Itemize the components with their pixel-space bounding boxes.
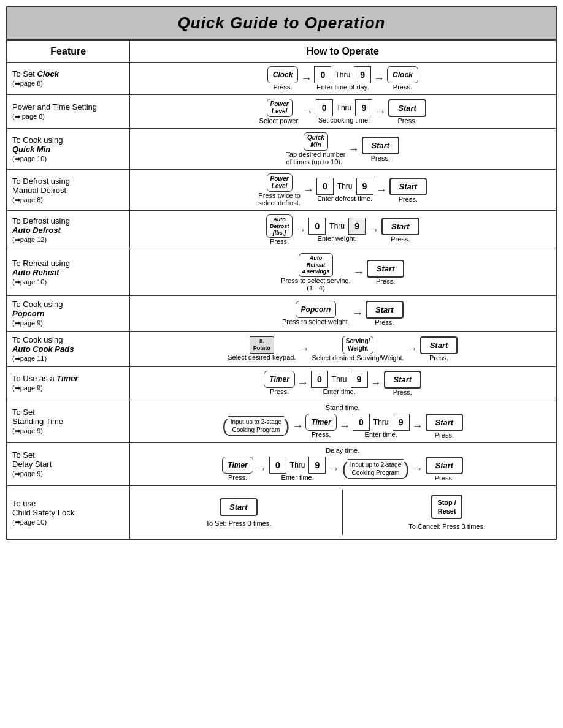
feature-auto-defrost: To Defrost usingAuto Defrost (➡page 12) (7, 211, 129, 249)
start-button-pop[interactable]: Start (366, 301, 404, 319)
start-section-ad: Start Press. (381, 218, 419, 243)
op-row-timer: Timer Press. → 0 Thru 9 Enter time. (135, 371, 551, 396)
digit-9-ds: 9 (308, 457, 326, 474)
clock-btn-section: Clock Press. (267, 66, 299, 91)
digit-9-timer: 9 (351, 371, 368, 388)
feature-italic-acp: Auto Cook Pads (12, 344, 74, 354)
arrow-6: → (303, 184, 314, 197)
page-ref-st: (➡page 9) (12, 427, 43, 434)
start-button-ar[interactable]: Start (367, 260, 405, 278)
enter-time-label-ds: Enter time. (282, 474, 314, 481)
arrow-11: → (352, 307, 363, 320)
press-label-2: Press. (393, 83, 412, 91)
power-level-section: PowerLevel Select power. (259, 99, 300, 124)
start-button-power[interactable]: Start (388, 99, 426, 117)
table-row: To useChild Safety Lock (➡page 10) Start… (7, 485, 556, 539)
auto-defrost-button[interactable]: AutoDefrost[lbs.] (266, 214, 293, 238)
col-operate-header: How to Operate (129, 40, 556, 63)
table-row: Power and Time Setting (➡ page 8) PowerL… (7, 95, 556, 129)
op-row-pop: Popcorn Press to select weight. → Start … (135, 301, 551, 326)
op-power-time: PowerLevel Select power. → 0 Thru 9 Set … (129, 95, 556, 129)
bracket-right-curly-ds: ) (404, 460, 409, 477)
start-button-timer[interactable]: Start (384, 371, 422, 389)
start-button-ad[interactable]: Start (381, 218, 419, 235)
page-ref-ad: (➡page 12) (12, 236, 47, 243)
popcorn-btn-section: Popcorn Press to select weight. (282, 301, 350, 325)
timer-btn-section-ds: Timer Press. (222, 457, 253, 481)
clock-button[interactable]: Clock (267, 66, 299, 83)
st-digits-section: 0 Thru 9 Enter time. (353, 414, 410, 438)
child-safety-row: Start To Set: Press 3 times. Stop /Reset… (135, 490, 551, 536)
bracket-left-curly: ( (222, 417, 228, 434)
quick-min-button[interactable]: QuickMin (304, 132, 328, 151)
feature-italic-ad: Auto Defrost (12, 226, 61, 235)
auto-reheat-btn-section: AutoReheat4 servings Press to select ser… (281, 253, 351, 291)
digit-0-ad: 0 (308, 218, 326, 235)
popcorn-button[interactable]: Popcorn (296, 301, 337, 318)
set-cooking-time-label: Set cooking time. (318, 116, 370, 124)
press-label-timer2: Press. (393, 389, 412, 396)
defrost-digits-section: 0 Thru 9 Enter defrost time. (316, 178, 373, 202)
page-ref-md: (➡page 8) (12, 196, 43, 203)
feature-auto-cook: To Cook usingAuto Cook Pads (➡page 11) (7, 331, 129, 366)
start-button-csl[interactable]: Start (220, 498, 258, 516)
op-manual-defrost: PowerLevel Press twice toselect defrost.… (129, 170, 556, 211)
guide-table: Feature How to Operate To Set Clock (➡pa… (6, 40, 557, 540)
op-row-qm: QuickMin Tap desired numberof times (up … (135, 132, 551, 165)
press-label-timer: Press. (270, 388, 289, 395)
press-label-ar: Press. (376, 278, 395, 285)
thru-text-ad: Thru (329, 222, 345, 230)
digit-9-md: 9 (356, 178, 373, 195)
stop-reset-button[interactable]: Stop /Reset (431, 495, 462, 520)
stand-time-label: Stand time. (135, 404, 551, 411)
press-label-acp: Press. (429, 354, 448, 362)
table-row: To Cook usingAuto Cook Pads (➡page 11) 8… (7, 331, 556, 366)
page-ref-pop: (➡page 9) (12, 319, 43, 327)
timer-button[interactable]: Timer (264, 371, 294, 388)
feature-standing-time: To SetStanding Time (➡page 9) (7, 400, 129, 442)
digit-9-power: 9 (355, 99, 372, 116)
feature-child-safety: To useChild Safety Lock (➡page 10) (7, 485, 129, 539)
digit-0: 0 (314, 66, 331, 83)
digit-0-st: 0 (353, 414, 370, 431)
op-auto-cook: 8.Potato Select desired keypad. → Servin… (129, 331, 556, 366)
power-level-button-md[interactable]: PowerLevel (267, 173, 293, 192)
start-section-md: Start Press. (389, 178, 427, 203)
feature-popcorn: To Cook usingPopcorn (➡page 9) (7, 295, 129, 331)
page-ref-power-time: (➡ page 8) (12, 113, 45, 120)
feature-manual-defrost: To Defrost usingManual Defrost (➡page 8) (7, 170, 129, 211)
page-ref-qm: (➡page 10) (12, 155, 47, 162)
enter-time-label-timer: Enter time. (323, 388, 356, 395)
to-cancel-label: To Cancel: Press 3 times. (408, 523, 485, 530)
start-button-qm[interactable]: Start (362, 137, 400, 154)
table-row: To SetDelay Start (➡page 9) Delay time. … (7, 442, 556, 485)
serving-weight-section: Serving/Weight Select desired Serving/We… (312, 336, 404, 362)
timer-btn-section: Timer Press. (264, 371, 294, 395)
press-twice-label: Press twice toselect defrost. (258, 192, 300, 207)
start-section-timer: Start Press. (384, 371, 422, 396)
to-set-label: To Set: Press 3 times. (205, 520, 271, 527)
potato-button[interactable]: 8.Potato (250, 336, 274, 354)
page-ref-ds: (➡page 9) (12, 470, 43, 477)
input-2stage-text-st: Input up to 2-stageCooking Program (228, 416, 284, 436)
clock-button-2[interactable]: Clock (387, 66, 418, 83)
feature-clock: To Set Clock (➡page 8) (7, 63, 129, 95)
op-standing-time: Stand time. ( Input up to 2-stageCooking… (129, 400, 556, 442)
start-button-md[interactable]: Start (389, 178, 427, 195)
power-level-button[interactable]: PowerLevel (267, 99, 293, 117)
arrow-15: → (370, 377, 381, 390)
start-button-st[interactable]: Start (426, 414, 464, 431)
start-section-ds: Start Press. (426, 457, 464, 482)
auto-reheat-button[interactable]: AutoReheat4 servings (299, 253, 334, 276)
timer-button-st[interactable]: Timer (305, 414, 336, 431)
serving-weight-button[interactable]: Serving/Weight (342, 336, 373, 354)
timer-button-ds[interactable]: Timer (222, 457, 253, 474)
press-label-st: Press. (312, 431, 331, 438)
press-label-ds2: Press. (435, 474, 454, 482)
start-section-power: Start Press. (388, 99, 426, 124)
press-label-st2: Press. (435, 431, 454, 439)
arrow-16: → (292, 420, 303, 433)
press-label-qm: Press. (371, 154, 390, 162)
start-button-acp[interactable]: Start (420, 336, 458, 354)
start-button-ds[interactable]: Start (426, 457, 464, 474)
